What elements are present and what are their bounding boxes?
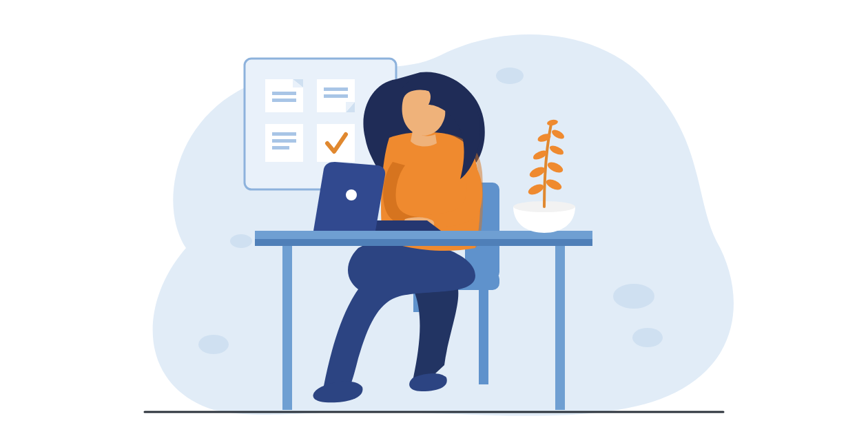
sticky-note-icon [265,124,303,162]
svg-point-0 [613,284,654,309]
svg-point-30 [346,189,357,200]
svg-rect-9 [272,92,296,95]
svg-rect-15 [324,94,348,98]
svg-rect-20 [317,124,355,162]
svg-rect-27 [282,246,292,410]
svg-rect-14 [324,87,348,91]
svg-point-3 [496,68,524,84]
sticky-note-icon [317,79,355,112]
svg-rect-19 [272,146,289,149]
sticky-note-check-icon [317,124,355,162]
illustration-woman-at-desk [0,0,868,434]
svg-point-1 [632,328,663,347]
svg-rect-28 [555,246,565,410]
svg-point-4 [230,234,252,248]
svg-point-2 [198,335,229,354]
svg-rect-23 [479,288,488,384]
sticky-note-icon [265,79,303,112]
svg-rect-18 [272,139,296,143]
svg-rect-17 [272,132,296,136]
svg-rect-16 [265,124,303,162]
svg-rect-10 [272,99,296,102]
svg-rect-26 [255,239,592,246]
